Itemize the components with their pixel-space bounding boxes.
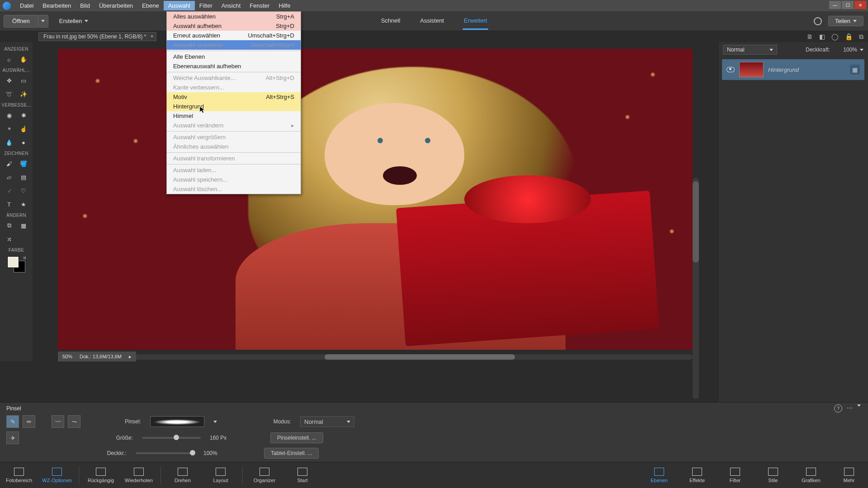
close-tab-icon[interactable]: × [151,33,153,39]
menu-item[interactable]: Hintergrund [167,102,301,111]
lock-icon[interactable]: 🔒 [845,33,853,41]
blend-mode-select[interactable]: Normal [300,416,354,427]
blur-icon[interactable]: 💧 [4,137,14,147]
tablet-settings-button[interactable]: Tablet-Einstell. ... [264,448,319,459]
dock-right-grafiken[interactable]: Grafiken [792,462,830,488]
eyedrop-icon[interactable]: ⟋ [4,186,14,196]
wand-icon[interactable]: ✨ [19,89,28,99]
swap-colors-icon[interactable]: ⤭ [23,255,26,260]
visibility-icon[interactable] [726,67,735,72]
more-icon[interactable]: ⋯ [847,404,853,413]
new-layer-icon[interactable]: ◧ [819,33,825,41]
menu-datei[interactable]: Datei [15,1,38,10]
menu-item[interactable]: Auswahl aufhebenStrg+D [167,21,301,31]
sponge-icon[interactable]: ● [19,137,28,147]
dock-left-wiederholen[interactable]: Wiederholen [120,462,158,488]
dock-right-filter[interactable]: Filter [716,462,754,488]
hand-icon[interactable]: ✋ [19,54,28,64]
theme-toggle-icon[interactable] [814,17,822,25]
scrollbar-thumb[interactable] [693,181,699,263]
layer-lock-icon[interactable]: ▦ [850,65,860,75]
menu-item[interactable]: Ebenenauswahl aufheben [167,61,301,71]
dock-left-fotobereich[interactable]: Fotobereich [0,462,38,488]
layer-row[interactable]: Hintergrund ▦ [722,59,864,80]
menu-überarbeiten[interactable]: Überarbeiten [94,1,137,10]
smudge-icon[interactable]: ☝ [19,124,28,134]
menu-item[interactable]: Alle Ebenen [167,52,301,61]
dock-left-rückgängig[interactable]: Rückgängig [82,462,120,488]
menu-bearbeiten[interactable]: Bearbeiten [38,1,75,10]
scrollbar-thumb[interactable] [325,354,515,360]
open-dropdown-button[interactable] [38,15,48,28]
document-tab[interactable]: Frau in rot.jpg bei 50% (Ebene 1, RGB/8)… [38,32,156,41]
opacity-slider[interactable] [136,452,194,454]
horizontal-scrollbar[interactable] [58,354,693,360]
menu-ansicht[interactable]: Ansicht [217,1,245,10]
type-icon[interactable]: T [4,199,14,209]
canvas[interactable] [58,49,693,350]
menu-filter[interactable]: Filter [195,1,217,10]
menu-item[interactable]: MotivAlt+Strg+S [167,92,301,102]
color-replace-variant[interactable]: ⤳ [68,415,80,428]
spot-icon[interactable]: ✱ [19,110,28,120]
create-button[interactable]: Erstellen [59,18,89,24]
eraser-icon[interactable]: ▱ [4,172,14,182]
menu-item[interactable]: Alles auswählenStrg+A [167,12,301,21]
dock-left-start[interactable]: Start [283,462,321,488]
dock-right-effekte[interactable]: Effekte [678,462,716,488]
help-icon[interactable]: ? [834,404,842,413]
chevron-down-icon[interactable] [857,404,861,407]
crop-icon[interactable]: ⧉ [4,221,14,230]
marquee-icon[interactable]: ▭ [19,75,28,85]
gradient-icon[interactable]: ▤ [19,172,28,182]
dock-right-stile[interactable]: Stile [754,462,792,488]
straighten-icon[interactable]: ⤮ [4,234,14,244]
custom-icon[interactable]: ★ [19,199,28,209]
chevron-down-icon[interactable] [213,421,217,423]
color-swatches[interactable]: ⤭ [7,256,25,272]
share-button[interactable]: Teilen [828,16,863,26]
menu-fenster[interactable]: Fenster [245,1,274,10]
dock-left-drehen[interactable]: Drehen [164,462,202,488]
size-slider[interactable] [142,437,201,439]
vertical-scrollbar[interactable] [693,178,699,399]
mask-icon[interactable]: ◯ [831,33,839,41]
clone-icon[interactable]: ⌖ [4,124,14,134]
mode-tab-schnell[interactable]: Schnell [380,13,401,30]
dock-right-mehr[interactable]: Mehr [830,462,868,488]
brush-icon[interactable]: 🖌 [4,159,14,169]
dock-left-organizer[interactable]: Organizer [245,462,283,488]
recompose-icon[interactable]: ▦ [19,221,28,230]
brush-tool-variant[interactable]: ✎ [6,415,19,428]
brush-preview[interactable] [150,416,204,427]
dock-left-layout[interactable]: Layout [202,462,240,488]
document-icon[interactable]: 🗎 [807,33,813,41]
airbrush-toggle[interactable]: ✈ [6,432,19,444]
bucket-icon[interactable]: 🪣 [19,159,28,169]
chevron-right-icon[interactable]: ▸ [129,354,132,360]
open-button[interactable]: Öffnen [4,15,38,28]
shape-icon[interactable]: ♡ [19,186,28,196]
menu-ebene[interactable]: Ebene [137,1,164,10]
pencil-tool-variant[interactable]: ✏ [23,415,35,428]
link-icon[interactable]: ⧉ [859,33,863,41]
menu-bild[interactable]: Bild [75,1,94,10]
redeye-icon[interactable]: ◉ [4,110,14,120]
menu-hilfe[interactable]: Hilfe [274,1,295,10]
menu-item[interactable]: Erneut auswählenUmschalt+Strg+D [167,31,301,40]
lasso-icon[interactable]: ➰ [4,89,14,99]
blend-mode-select[interactable]: Normal [723,45,777,55]
menu-item[interactable]: Himmel [167,111,301,121]
mode-tab-assistent[interactable]: Assistent [419,13,445,30]
menu-auswahl[interactable]: Auswahl [164,1,195,10]
move-icon[interactable]: ✥ [4,75,14,85]
close-button[interactable]: ✕ [854,1,866,9]
chevron-down-icon[interactable] [860,49,863,51]
impressionist-brush-variant[interactable]: 〰 [52,415,64,428]
foreground-color-swatch[interactable] [7,256,19,268]
opacity-value[interactable]: 100% [833,47,857,53]
zoom-icon[interactable]: ⌕ [4,54,14,64]
dock-left-wz-optionen[interactable]: WZ-Optionen [38,462,76,488]
mode-tab-erweitert[interactable]: Erweitert [463,13,488,30]
dock-right-ebenen[interactable]: Ebenen [640,462,678,488]
